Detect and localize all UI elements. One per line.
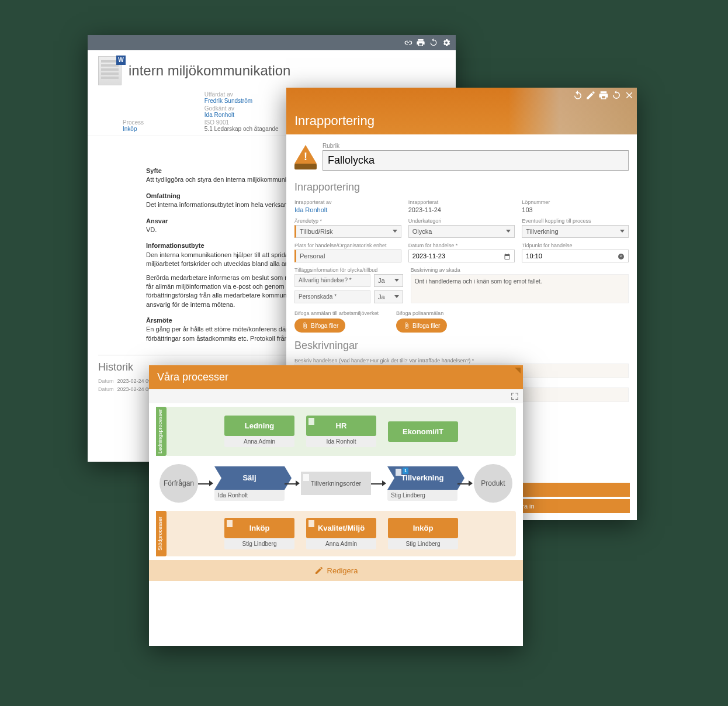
- owner-label: Anna Admin: [306, 538, 376, 549]
- flow-start[interactable]: Förfrågan: [160, 464, 198, 503]
- refresh-icon[interactable]: [429, 38, 438, 47]
- allvarlig-label: Allvarlig händelse? *: [294, 274, 370, 287]
- personskada-label: Personskada *: [294, 290, 370, 303]
- inrapporterat-av-value[interactable]: Ida Ronholt: [294, 206, 401, 213]
- underkategori-select[interactable]: Olycka: [408, 225, 515, 238]
- process-ekonomi[interactable]: Ekonomi/IT: [388, 421, 458, 442]
- arendetyp-select[interactable]: Tillbud/Risk: [294, 225, 401, 238]
- rubrik-label: Rubrik: [323, 143, 629, 149]
- fullscreen-icon[interactable]: [510, 392, 519, 401]
- print-icon[interactable]: [598, 90, 609, 101]
- undo-icon[interactable]: [573, 90, 583, 101]
- bifoga-polis-label: Bifoga polisanmälan: [396, 310, 447, 316]
- chevron-down-icon: [620, 230, 625, 233]
- gear-icon[interactable]: [442, 38, 451, 47]
- document-toolbar: [88, 35, 456, 50]
- chevron-down-icon: [506, 230, 511, 233]
- beskr-skada-input[interactable]: Ont i handlederna och i knän som tog emo…: [411, 274, 629, 303]
- flow-tillverkning[interactable]: 1Tillverkning Stig Lindberg: [387, 466, 457, 501]
- process-ledning[interactable]: LedningAnna Admin: [224, 416, 294, 447]
- chevron-down-icon: [393, 230, 397, 233]
- process-header: Våra processer: [149, 365, 523, 389]
- lopnummer-label: Löpnummer: [522, 199, 629, 205]
- fold-corner-icon: [515, 368, 521, 373]
- koppling-select[interactable]: Tillverkning: [522, 225, 629, 238]
- iso9001-label: ISO 9001: [204, 119, 229, 126]
- approved-by-value[interactable]: Ida Ronholt: [204, 112, 234, 118]
- issued-by-label: Utfärdat av: [204, 91, 233, 98]
- report-header: Inrapportering: [286, 88, 637, 134]
- section-beskrivningar: Beskrivningar: [294, 340, 629, 352]
- link-icon[interactable]: [403, 38, 412, 47]
- datum-hand-label: Datum för händelse *: [408, 243, 515, 248]
- document-icon: [227, 520, 233, 527]
- iso9001-value: 5.1 Ledarskap och åtagande: [204, 126, 279, 132]
- edit-icon[interactable]: [585, 90, 596, 101]
- process-value[interactable]: Inköp: [123, 126, 137, 132]
- calendar-icon: [504, 253, 511, 260]
- arendetyp-label: Ärendetyp *: [294, 218, 401, 224]
- plats-select[interactable]: Personal: [294, 250, 401, 262]
- main-flow: Förfrågan Sälj Ida Ronholt Tillverknings…: [156, 464, 516, 503]
- owner-label: Ida Ronholt: [214, 490, 285, 501]
- lane-ledning: LedningAnna Admin HRIda Ronholt Ekonomi/…: [167, 407, 516, 456]
- document-icon: [396, 469, 401, 476]
- process-kvalitet[interactable]: Kvalitet/MiljöAnna Admin: [306, 518, 376, 549]
- edit-icon: [314, 566, 324, 575]
- datum-hand-input[interactable]: 2023-11-23: [408, 250, 515, 262]
- flow-order[interactable]: Tillverkningsorder: [301, 472, 371, 495]
- flow-end[interactable]: Produkt: [474, 464, 512, 503]
- process-window: Våra processer Ledningsprocesser Ledning…: [149, 365, 523, 646]
- document-title: intern miljökommunikation: [129, 63, 290, 79]
- document-header: W intern miljökommunikation: [88, 50, 456, 88]
- lane-label-stod: Stödprocesser: [156, 511, 167, 556]
- word-badge-icon: W: [116, 56, 126, 65]
- warning-icon: !: [294, 145, 317, 171]
- owner-label: Stig Lindberg: [224, 538, 294, 549]
- bifoga-arbets-label: Bifoga anmälan till arbetsmiljöverket: [294, 310, 379, 316]
- paperclip-icon: [301, 322, 308, 329]
- print-icon[interactable]: [416, 38, 425, 47]
- process-expand-bar: [149, 389, 523, 403]
- document-type-icon: W: [98, 56, 122, 85]
- owner-label: Stig Lindberg: [388, 538, 458, 549]
- personskada-select[interactable]: Ja: [374, 290, 403, 303]
- process-label: Process: [123, 119, 144, 126]
- process-hr[interactable]: HRIda Ronholt: [306, 416, 376, 447]
- close-icon[interactable]: [624, 90, 635, 101]
- process-inkop2[interactable]: InköpStig Lindberg: [388, 518, 458, 549]
- owner-label: Anna Admin: [224, 436, 294, 447]
- approved-by-label: Godkänt av: [204, 105, 234, 112]
- process-inkop1[interactable]: InköpStig Lindberg: [224, 518, 294, 549]
- inrapporterat-av-label: Inrapporterat av: [294, 199, 401, 205]
- document-icon: [303, 474, 309, 481]
- section-inrapportering: Inrapportering: [294, 181, 629, 193]
- clock-icon: [618, 253, 625, 260]
- bifoga-polis-button[interactable]: Bifoga filer: [396, 319, 447, 333]
- allvarlig-select[interactable]: Ja: [374, 274, 403, 287]
- flow-salj[interactable]: Sälj Ida Ronholt: [214, 466, 285, 501]
- report-header-title: Inrapportering: [294, 113, 375, 129]
- lane-label-ledning: Ledningsprocesser: [156, 407, 167, 456]
- owner-label: Stig Lindberg: [387, 490, 457, 501]
- rubrik-input[interactable]: [323, 150, 629, 171]
- inrapporterat-label: Inrapporterat: [408, 199, 515, 205]
- underkategori-label: Underkategori: [408, 218, 515, 224]
- tillaggs-label: Tilläggsinformation för olycka/tillbud: [294, 267, 404, 273]
- document-icon: [308, 520, 314, 527]
- refresh-icon[interactable]: [611, 90, 622, 101]
- lopnummer-value: 103: [522, 206, 629, 213]
- bifoga-arbets-button[interactable]: Bifoga filer: [294, 319, 345, 333]
- beskriv-label: Beskriv händelsen (Vad hände? Hur gick d…: [294, 358, 629, 364]
- tid-label: Tidpunkt för händelse: [522, 243, 629, 248]
- edit-button[interactable]: Redigera: [149, 560, 523, 581]
- document-icon: [308, 418, 314, 425]
- chevron-down-icon: [394, 295, 399, 298]
- issued-by-value[interactable]: Fredrik Sundström: [204, 98, 252, 104]
- lane-stod: InköpStig Lindberg Kvalitet/MiljöAnna Ad…: [167, 511, 516, 556]
- chevron-down-icon: [394, 279, 399, 282]
- tid-input[interactable]: 10:10: [522, 250, 629, 262]
- paperclip-icon: [403, 322, 410, 329]
- badge: 1: [403, 468, 408, 474]
- koppling-label: Eventuell koppling till process: [522, 218, 629, 224]
